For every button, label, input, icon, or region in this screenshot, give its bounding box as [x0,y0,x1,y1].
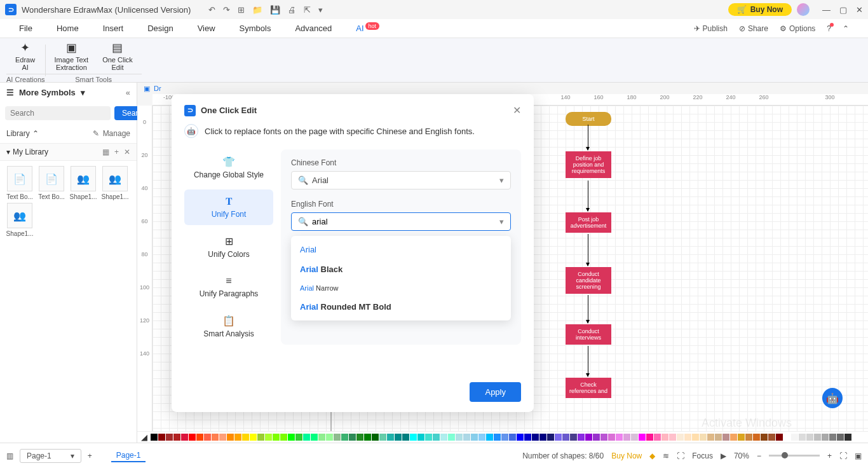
close-icon[interactable]: ✕ [124,148,130,156]
color-swatch[interactable] [616,434,623,441]
pages-icon[interactable]: ▥ [6,451,13,460]
color-swatch[interactable] [806,434,813,441]
image-text-extraction-button[interactable]: ▣ Image Text Extraction [55,41,89,71]
color-swatch[interactable] [280,434,287,441]
color-swatch[interactable] [372,434,379,441]
flow-process-node[interactable]: Conduct candidate screening [566,267,611,294]
color-swatch[interactable] [456,434,463,441]
color-swatch[interactable] [173,434,180,441]
shape-item[interactable]: 👥Shape1... [100,166,130,200]
color-swatch[interactable] [425,434,432,441]
diamond-icon[interactable]: ◆ [649,451,655,460]
color-swatch[interactable] [517,434,524,441]
focus-label[interactable]: Focus [692,451,713,460]
color-swatch[interactable] [639,434,646,441]
color-swatch[interactable] [761,434,768,441]
color-swatch[interactable] [265,434,272,441]
chevron-down-icon[interactable]: ▾ [81,88,85,97]
color-swatch[interactable] [486,434,493,441]
color-swatch[interactable] [387,434,394,441]
save-icon[interactable]: 💾 [270,5,280,15]
color-swatch[interactable] [844,434,851,441]
export-icon[interactable]: ⇱ [304,5,311,15]
maximize-icon[interactable]: ▢ [839,5,847,15]
color-swatch[interactable] [379,434,386,441]
manage-button[interactable]: Manage [103,129,130,138]
focus-icon[interactable]: ⛶ [677,451,684,460]
print-icon[interactable]: 🖨 [288,5,296,15]
color-swatch[interactable] [547,434,554,441]
color-swatch[interactable] [250,434,257,441]
color-swatch[interactable] [768,434,775,441]
one-click-edit-button[interactable]: ▤ One Click Edit [102,41,133,71]
zoom-out-icon[interactable]: − [757,451,761,460]
color-swatch[interactable] [684,434,691,441]
color-swatch[interactable] [600,434,607,441]
menu-ai[interactable]: AIhot [356,23,379,33]
color-swatch[interactable] [509,434,516,441]
dialog-close-icon[interactable]: ✕ [513,104,521,116]
color-swatch[interactable] [273,434,280,441]
color-swatch[interactable] [654,434,661,441]
color-swatch[interactable] [776,434,783,441]
color-swatch[interactable] [181,434,188,441]
color-swatch[interactable] [288,434,295,441]
color-swatch[interactable] [227,434,234,441]
color-swatch[interactable] [494,434,501,441]
library-label[interactable]: Library [6,129,30,138]
color-swatch[interactable] [166,434,173,441]
page-tab[interactable]: Page-1 [111,450,146,462]
menu-insert[interactable]: Insert [103,24,124,33]
flow-start-node[interactable]: Start [566,112,611,126]
color-swatch[interactable] [311,434,318,441]
color-swatch[interactable] [410,434,417,441]
font-option-arial-black[interactable]: Arial Black [291,259,511,279]
menu-file[interactable]: File [19,24,32,33]
color-swatch[interactable] [661,434,668,441]
play-icon[interactable]: ▶ [721,451,726,460]
flow-process-node[interactable]: Check references and [566,378,611,398]
color-swatch[interactable] [722,434,729,441]
color-swatch[interactable] [219,434,226,441]
fit-page-icon[interactable]: ⛶ [839,451,847,460]
color-swatch[interactable] [395,434,402,441]
color-swatch[interactable] [189,434,196,441]
apply-button[interactable]: Apply [470,382,521,402]
new-icon[interactable]: ⊞ [238,5,245,15]
redo-icon[interactable]: ↷ [223,5,230,15]
zoom-slider[interactable] [769,455,820,457]
color-swatch[interactable] [593,434,600,441]
color-swatch[interactable] [212,434,219,441]
color-swatch[interactable] [783,434,790,441]
menu-advanced[interactable]: Advanced [295,24,332,33]
layers-icon[interactable]: ≋ [663,451,669,460]
color-swatch[interactable] [837,434,844,441]
zoom-in-icon[interactable]: + [827,451,832,460]
color-swatch[interactable] [196,434,203,441]
user-avatar[interactable] [797,3,810,16]
add-page-icon[interactable]: + [88,451,92,460]
shape-item[interactable]: 📄Text Bo... [5,166,34,200]
color-swatch[interactable] [539,434,546,441]
flow-process-node[interactable]: Post job advertisement [566,212,611,233]
minimize-icon[interactable]: — [822,5,831,15]
color-swatch[interactable] [623,434,630,441]
color-swatch[interactable] [318,434,325,441]
menu-view[interactable]: View [198,24,215,33]
close-icon[interactable]: ✕ [856,5,863,15]
color-swatch[interactable] [501,434,508,441]
color-swatch[interactable] [608,434,615,441]
grid-icon[interactable]: ▦ [102,148,109,156]
color-swatch[interactable] [303,434,310,441]
color-swatch[interactable] [585,434,592,441]
color-swatch[interactable] [822,434,829,441]
dropdown-icon[interactable]: ▾ [318,5,323,15]
flow-process-node[interactable]: Conduct interviews [566,324,611,345]
menu-symbols[interactable]: Symbols [240,24,271,33]
color-swatch[interactable] [753,434,760,441]
color-swatch[interactable] [669,434,676,441]
color-swatch[interactable] [677,434,684,441]
share-button[interactable]: ⊘ Share [739,24,768,33]
color-swatch[interactable] [341,434,348,441]
color-swatch[interactable] [745,434,752,441]
